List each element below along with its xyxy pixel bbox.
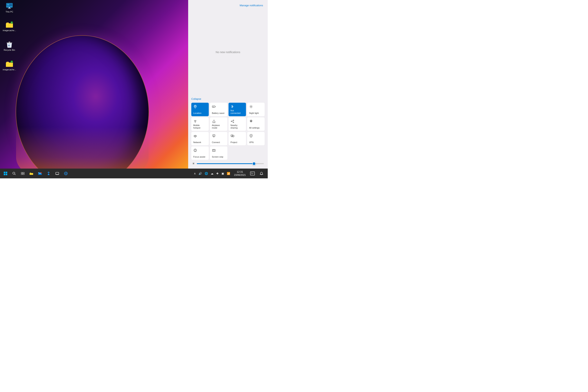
qa-tile-screen-snip[interactable]: Screen snip: [210, 146, 227, 160]
svg-rect-55: [6, 172, 7, 173]
qa-tile-focus-assist[interactable]: Focus assist: [191, 146, 209, 160]
taskbar-search-button[interactable]: [10, 170, 18, 178]
svg-rect-63: [23, 174, 24, 175]
svg-line-26: [250, 106, 250, 106]
tray-display[interactable]: ▣: [221, 172, 225, 176]
qa-label-project: Project: [230, 141, 244, 144]
svg-rect-5: [7, 4, 10, 6]
qa-tile-battery-saver[interactable]: Battery saver: [210, 103, 227, 116]
svg-rect-76: [250, 172, 254, 175]
qa-tile-airplane-mode[interactable]: Airplane mode: [210, 118, 227, 131]
qa-tile-project[interactable]: Project: [228, 132, 246, 145]
svg-point-18: [195, 106, 196, 107]
qa-label-focus-assist: Focus assist: [193, 156, 207, 158]
taskbar-file-explorer-button[interactable]: [28, 170, 35, 178]
qa-label-battery-saver: Battery saver: [212, 112, 226, 114]
svg-rect-43: [231, 135, 233, 136]
recycle-bin-label: Recycle Bin: [2, 49, 17, 51]
svg-rect-67: [48, 174, 50, 175]
svg-point-47: [251, 136, 252, 136]
brightness-icon: ☀: [192, 162, 195, 166]
qa-label-connect: Connect: [212, 141, 226, 144]
qa-label-nearby-sharing: Nearby sharing: [230, 124, 244, 129]
svg-line-34: [232, 120, 233, 121]
taskbar-todo-button[interactable]: [45, 170, 52, 178]
svg-rect-11: [8, 42, 10, 42]
brightness-slider[interactable]: [197, 163, 264, 164]
imagecache1-label: imagecache...: [2, 29, 17, 32]
qa-tile-all-settings[interactable]: All settings: [247, 118, 264, 131]
recycle-bin-icon: ♻: [6, 40, 13, 48]
qa-tile-location[interactable]: Location: [191, 103, 209, 116]
desktop-icon-imagecache1[interactable]: ✓ imagecache...: [2, 20, 17, 32]
tray-wifi[interactable]: 📶: [226, 172, 231, 176]
tray-dropbox[interactable]: ❖: [216, 172, 220, 176]
tray-volume[interactable]: 🔊: [198, 172, 203, 176]
qa-label-network: Network: [193, 141, 207, 144]
tray-chevron[interactable]: ∧: [193, 172, 196, 176]
taskbar-mail-button[interactable]: 1: [36, 170, 44, 178]
svg-rect-38: [213, 135, 215, 136]
quick-actions-panel: Collapse Location Battery saver: [188, 95, 268, 168]
svg-line-35: [232, 122, 233, 122]
clock[interactable]: 12:31 23/06/2021: [232, 170, 247, 177]
imagecache2-icon: ✓: [6, 60, 13, 68]
svg-rect-56: [4, 174, 5, 175]
notification-panel: Manage notifications No new notification…: [188, 0, 268, 168]
imagecache2-label: imagecache...: [2, 68, 17, 71]
system-tray: ∧ 🔊 🌐 ☁ ❖ ▣ 📶: [193, 172, 231, 176]
svg-point-32: [233, 120, 234, 121]
svg-rect-62: [21, 174, 22, 175]
windows-start-button[interactable]: [2, 170, 10, 178]
qa-label-location: Location: [193, 112, 207, 114]
brightness-thumb: [252, 162, 256, 166]
svg-rect-54: [4, 172, 5, 173]
taskbar-right: ∧ 🔊 🌐 ☁ ❖ ▣ 📶 12:31 23/06/2021: [191, 170, 268, 178]
input-indicator[interactable]: [249, 170, 256, 178]
qa-tile-mobile-hotspot[interactable]: Mobile hotspot: [191, 118, 209, 131]
svg-point-49: [194, 149, 196, 152]
notification-header: Manage notifications: [188, 0, 268, 9]
desktop-icon-recycle-bin[interactable]: ♻ Recycle Bin: [2, 40, 17, 51]
svg-point-30: [195, 122, 196, 122]
qa-label-bluetooth: Not connected: [230, 109, 244, 114]
taskbar-settings-button[interactable]: [53, 170, 61, 178]
qa-tile-night-light[interactable]: Night light: [247, 103, 264, 116]
tray-onedrive[interactable]: ☁: [210, 172, 214, 176]
tray-network-status[interactable]: 🌐: [204, 172, 209, 176]
svg-point-70: [57, 175, 58, 175]
collapse-button[interactable]: Collapse: [191, 97, 201, 101]
taskbar-browser-button[interactable]: [62, 170, 70, 178]
manage-notifications-button[interactable]: Manage notifications: [239, 3, 264, 8]
taskbar-left: 1: [0, 170, 71, 178]
qa-tile-connect[interactable]: Connect: [210, 132, 227, 145]
taskbar-task-view-button[interactable]: [19, 170, 27, 178]
desktop-icon-this-pc[interactable]: This PC: [2, 2, 17, 13]
svg-line-27: [252, 108, 252, 108]
svg-point-21: [250, 106, 252, 107]
planet-graphic: [16, 35, 149, 168]
svg-rect-20: [215, 106, 216, 107]
qa-tile-nearby-sharing[interactable]: Nearby sharing: [228, 118, 246, 131]
desktop-icon-imagecache2[interactable]: ✓ imagecache...: [2, 60, 17, 71]
quick-actions-grid: Location Battery saver Not connected: [191, 103, 264, 160]
svg-point-33: [233, 122, 234, 123]
this-pc-label: This PC: [2, 10, 17, 13]
brightness-row: ☀: [191, 162, 264, 166]
taskbar-notification-button[interactable]: [258, 170, 266, 178]
clock-time: 12:31: [234, 170, 246, 174]
svg-rect-53: [213, 150, 214, 151]
qa-tile-bluetooth[interactable]: Not connected: [228, 103, 246, 116]
svg-point-31: [231, 121, 232, 122]
qa-label-night-light: Night light: [249, 112, 263, 114]
qa-tile-network[interactable]: Network: [191, 132, 209, 145]
qa-label-mobile-hotspot: Mobile hotspot: [193, 124, 207, 129]
svg-line-59: [15, 174, 16, 175]
qa-tile-vpn[interactable]: VPN: [247, 132, 264, 145]
svg-rect-60: [21, 172, 22, 173]
qa-label-vpn: VPN: [249, 141, 263, 144]
svg-text:✓: ✓: [11, 22, 12, 24]
this-pc-icon: [6, 2, 13, 10]
svg-rect-44: [232, 135, 234, 137]
svg-rect-3: [8, 8, 11, 8]
